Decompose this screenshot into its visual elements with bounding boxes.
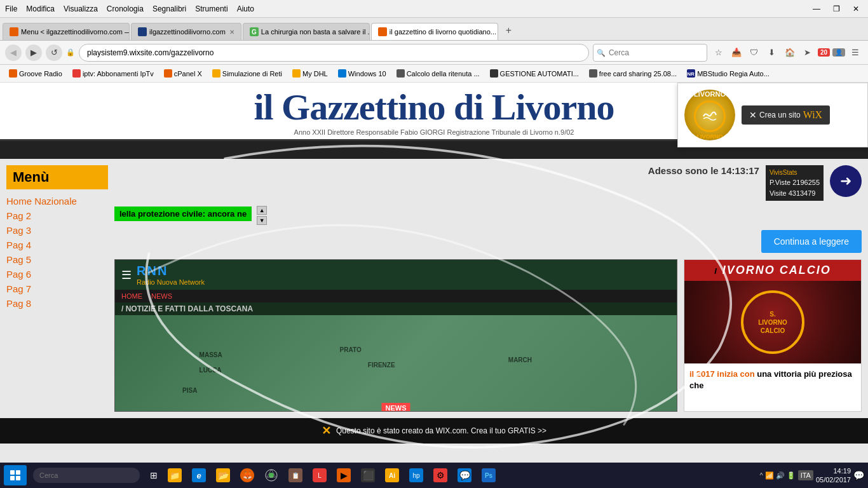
forward-button[interactable]: ▶ <box>25 44 42 61</box>
bookmark-favicon-calcolo <box>397 69 405 78</box>
sidebar-link-pag3[interactable]: Pag 3 <box>6 225 108 236</box>
bookmark-iptv[interactable]: iptv: Abbonamenti IpTv <box>69 68 158 79</box>
minimize-button[interactable]: — <box>809 3 824 15</box>
rnn-logo-sub: Radio Nuova Network <box>137 278 205 286</box>
bookmark-freecard[interactable]: free card sharing 25.08... <box>585 68 681 79</box>
taskbar-firefox[interactable]: 🦊 <box>236 465 258 485</box>
notifications-icon[interactable]: 💬 <box>853 470 864 480</box>
rnn-nav-home[interactable]: HOME <box>121 292 142 300</box>
tab-3[interactable]: G La chirurgia non basta a salvare il ..… <box>243 23 370 40</box>
sidebar-link-pag2[interactable]: Pag 2 <box>6 210 108 221</box>
send-icon[interactable]: ➤ <box>800 45 815 60</box>
menu-segnalibri[interactable]: Segnalibri <box>153 4 186 13</box>
sidebar-link-pag6[interactable]: Pag 6 <box>6 269 108 280</box>
sidebar-link-pag7[interactable]: Pag 7 <box>6 283 108 294</box>
continue-button[interactable]: Continua a leggere <box>761 230 862 253</box>
menu-visualizza[interactable]: Visualizza <box>64 4 98 13</box>
shield-icon[interactable]: 🛡 <box>747 45 762 60</box>
bookmark-simulazione[interactable]: Simulazione di Reti <box>208 68 286 79</box>
tab-2[interactable]: ilgazzettinodilivorno.com ✕ <box>131 23 241 40</box>
taskbar-search-input[interactable] <box>33 468 140 483</box>
rnn-nav-news[interactable]: NEWS <box>151 292 172 300</box>
refresh-button[interactable]: ↺ <box>46 44 62 61</box>
taskbar-files[interactable]: 📂 <box>212 465 234 485</box>
star-icon[interactable]: ☆ <box>711 45 726 60</box>
menu-modifica[interactable]: Modifica <box>26 4 55 13</box>
adblock-badge[interactable]: 20 <box>818 48 830 57</box>
title-bar: File Modifica Visualizza Cronologia Segn… <box>0 0 868 18</box>
taskbar-task-view[interactable]: ⊞ <box>146 465 161 485</box>
bookmark-label-groove: Groove Radio <box>19 70 62 78</box>
tray-chevron[interactable]: ^ <box>759 471 763 479</box>
start-button[interactable] <box>4 465 27 485</box>
search-wrap: 🔍 <box>593 44 707 62</box>
bookmark-mbstudio[interactable]: NR MBStudio Regia Auto... <box>683 68 773 79</box>
bookmark-favicon-dhl <box>292 69 301 78</box>
bookmark-label-calcolo: Calcolo della ritenuta ... <box>407 70 480 78</box>
ai-icon: Ai <box>385 468 399 482</box>
search-input[interactable] <box>593 44 707 62</box>
bookmark-label-dhl: My DHL <box>302 70 328 78</box>
taskbar-ai[interactable]: Ai <box>381 465 403 485</box>
bookmark-mydhl[interactable]: My DHL <box>288 68 332 79</box>
scroll-up[interactable]: ▲ <box>257 206 267 215</box>
taskbar-media[interactable]: ▶ <box>333 465 355 485</box>
scroll-down[interactable]: ▼ <box>257 216 267 225</box>
tab-favicon-1 <box>10 27 18 36</box>
url-input[interactable] <box>79 44 589 62</box>
user-icon[interactable]: 👤 <box>832 48 845 57</box>
download-icon[interactable]: ⬇ <box>764 45 780 60</box>
map-label-pisa: PISA <box>182 387 197 394</box>
taskbar-chrome[interactable] <box>261 465 282 485</box>
taskbar-app-brown[interactable]: 📋 <box>285 465 306 485</box>
sidebar-link-pag5[interactable]: Pag 5 <box>6 254 108 265</box>
taskbar-chat[interactable]: 💬 <box>454 465 475 485</box>
bookmark-windows[interactable]: Windows 10 <box>334 68 390 79</box>
taskbar-settings-red[interactable]: ⚙ <box>430 465 451 485</box>
menu-strumenti[interactable]: Strumenti <box>195 4 227 13</box>
sidebar-link-pag4[interactable]: Pag 4 <box>6 240 108 250</box>
bookmark-calcolo[interactable]: Calcolo della ritenuta ... <box>393 68 484 79</box>
arrow-button[interactable]: ➜ <box>830 165 862 197</box>
taskbar-clock[interactable]: 14:19 05/02/2017 <box>816 466 851 485</box>
menu-aiuto[interactable]: Aiuto <box>237 4 254 13</box>
taskbar-app-red[interactable]: L <box>309 465 330 485</box>
tab-close-2[interactable]: ✕ <box>229 29 234 36</box>
sidebar-link-pag8[interactable]: Pag 8 <box>6 298 108 309</box>
pocket-icon[interactable]: 📥 <box>729 45 744 60</box>
tab-1[interactable]: Menu < ilgazzettinodilivorno.com — W... … <box>3 23 130 40</box>
rnn-embed: ☰ RNN Radio Nuova Network HOME NEWS / NO… <box>114 259 677 412</box>
wix-crea-button[interactable]: ✕ Crea un sito WiX <box>742 105 830 125</box>
taskbar-ps[interactable]: Ps <box>478 465 499 485</box>
news-row: lella protezione civile: ancora ne ▲ ▼ <box>114 206 862 225</box>
bookmark-gestione[interactable]: GESTIONE AUTOMATI... <box>486 68 583 79</box>
taskbar-app-dark[interactable]: ⬛ <box>357 465 379 485</box>
home-icon[interactable]: 🏠 <box>782 45 797 60</box>
bookmark-favicon-freecard <box>589 69 597 78</box>
close-button[interactable]: ✕ <box>849 3 863 15</box>
wix-close-icon[interactable]: ✕ <box>749 110 757 120</box>
bookmark-groove-radio[interactable]: Groove Radio <box>5 68 66 79</box>
taskbar-explorer[interactable]: 📁 <box>164 465 186 485</box>
new-tab-button[interactable]: + <box>499 21 518 40</box>
hamburger-icon[interactable]: ☰ <box>121 268 132 282</box>
embedded-content: ☰ RNN Radio Nuova Network HOME NEWS / NO… <box>114 259 862 412</box>
taskbar-edge[interactable]: e <box>188 465 210 485</box>
maximize-button[interactable]: ❐ <box>829 3 844 15</box>
menu-bar: File Modifica Visualizza Cronologia Segn… <box>5 4 254 13</box>
windows-logo-icon <box>10 470 20 480</box>
menu-icon[interactable]: ☰ <box>848 45 863 60</box>
menu-cronologia[interactable]: Cronologia <box>107 4 144 13</box>
bookmark-favicon-gestione <box>490 69 498 78</box>
sidebar-link-home[interactable]: Home Nazionale <box>6 196 108 207</box>
taskbar-search[interactable] <box>29 465 144 485</box>
taskbar-hp[interactable]: hp <box>405 465 427 485</box>
back-button[interactable]: ◀ <box>5 44 22 61</box>
menu-file[interactable]: File <box>5 4 17 13</box>
lang-indicator[interactable]: ITA <box>798 470 813 480</box>
volume-icon[interactable]: 🔊 <box>776 471 785 480</box>
tab-4[interactable]: il gazzettino di livorno quotidiano... ✕ <box>371 23 498 40</box>
bookmark-cpanel[interactable]: cPanel X <box>160 68 206 79</box>
stats-row: Adesso sono le 14:13:17 VivisStats P.Vis… <box>114 165 862 201</box>
sidebar-menu-title: Menù <box>6 165 108 189</box>
